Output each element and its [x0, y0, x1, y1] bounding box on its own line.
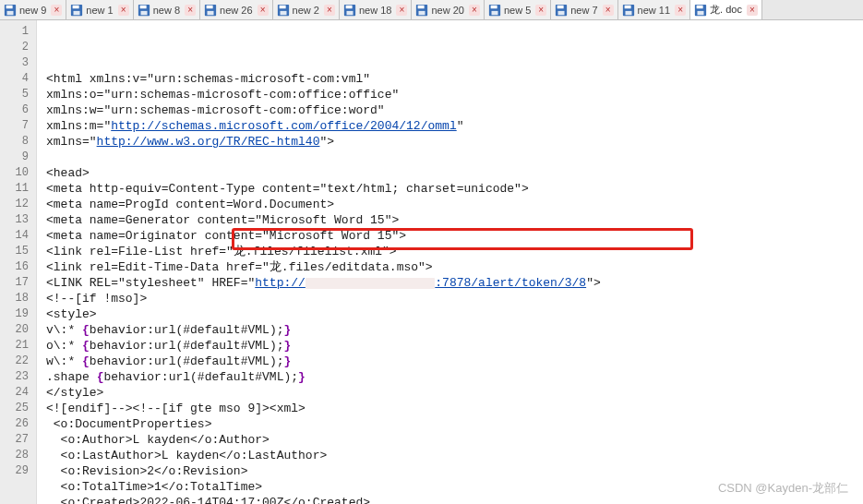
svg-rect-13: [279, 5, 285, 8]
line-number-gutter: 1234567891011121314151617181920212223242…: [0, 20, 37, 504]
line-number: 28: [0, 448, 36, 463]
tab-new-9[interactable]: new 9×: [0, 0, 66, 19]
code-area[interactable]: <html xmlns:v="urn:schemas-microsoft-com…: [37, 20, 863, 504]
svg-rect-23: [491, 10, 497, 14]
file-icon: [694, 4, 707, 17]
line-number: 5: [0, 87, 36, 102]
code-line: <LINK REL="stylesheet" HREF="http:// :78…: [46, 275, 863, 291]
line-number: 15: [0, 244, 36, 259]
svg-rect-16: [346, 5, 353, 8]
tab-new-2[interactable]: new 2×: [273, 0, 340, 19]
line-number: 6: [0, 102, 36, 118]
line-number: 16: [0, 259, 36, 275]
close-icon[interactable]: ×: [747, 5, 758, 16]
line-number: 17: [0, 275, 36, 291]
code-line: <o:DocumentProperties>: [46, 416, 863, 432]
tab-new-8[interactable]: new 8×: [134, 0, 200, 19]
file-icon: [138, 4, 150, 17]
tab-label: new 20: [431, 5, 463, 16]
tab-new-20[interactable]: new 20×: [412, 0, 484, 19]
line-number: 24: [0, 385, 36, 401]
tab-new-26[interactable]: new 26×: [200, 0, 272, 19]
line-number: 19: [0, 306, 36, 322]
close-icon[interactable]: ×: [118, 5, 129, 16]
tab-new-1[interactable]: new 1×: [66, 0, 133, 19]
line-number: 9: [0, 150, 36, 165]
tab-label: new 2: [293, 5, 319, 16]
code-line: </style>: [46, 385, 863, 401]
line-number: 11: [0, 181, 36, 197]
svg-rect-1: [6, 5, 13, 8]
code-line: o\:* {behavior:url(#default#VML);}: [46, 338, 863, 354]
line-number: 1: [0, 24, 36, 40]
code-line: <meta name=ProgId content=Word.Document>: [46, 197, 863, 212]
file-icon: [622, 4, 635, 17]
code-line: w\:* {behavior:url(#default#VML);}: [46, 354, 863, 369]
svg-rect-8: [140, 10, 147, 14]
close-icon[interactable]: ×: [469, 5, 480, 16]
close-icon[interactable]: ×: [675, 5, 686, 16]
tab-new-18[interactable]: new 18×: [340, 0, 412, 19]
line-number: 14: [0, 228, 36, 244]
code-line: <meta name=Originator content="Microsoft…: [46, 228, 863, 244]
line-number: 18: [0, 291, 36, 306]
close-icon[interactable]: ×: [396, 5, 407, 16]
code-line: <o:LastAuthor>L kayden</o:LastAuthor>: [46, 448, 863, 463]
code-line: xmlns:w="urn:schemas-microsoft-com:offic…: [46, 102, 863, 118]
tab-label: new 9: [19, 5, 46, 16]
tab-龙.-doc[interactable]: 龙. doc×: [690, 0, 762, 19]
line-number: 8: [0, 134, 36, 150]
svg-rect-4: [73, 5, 79, 8]
code-line: <html xmlns:v="urn:schemas-microsoft-com…: [46, 71, 863, 87]
code-line: .shape {behavior:url(#default#VML);}: [46, 369, 863, 385]
close-icon[interactable]: ×: [185, 5, 196, 16]
code-line: <o:TotalTime>1</o:TotalTime>: [46, 479, 863, 495]
close-icon[interactable]: ×: [535, 5, 546, 16]
tab-label: new 1: [86, 5, 113, 16]
close-icon[interactable]: ×: [603, 5, 614, 16]
close-icon[interactable]: ×: [324, 5, 335, 16]
svg-rect-19: [418, 5, 425, 8]
tab-label: new 8: [153, 5, 180, 16]
line-number: 3: [0, 55, 36, 71]
code-line: xmlns="http://www.w3.org/TR/REC-html40">: [46, 134, 863, 150]
file-icon: [415, 4, 428, 17]
code-line: <head>: [46, 165, 863, 181]
tab-label: new 26: [220, 5, 252, 16]
line-number: 10: [0, 165, 36, 181]
svg-rect-20: [419, 10, 426, 14]
line-number: 20: [0, 322, 36, 338]
tab-label: new 11: [638, 5, 670, 16]
code-line: <o:Revision>2</o:Revision>: [46, 463, 863, 479]
line-number: 12: [0, 197, 36, 212]
close-icon[interactable]: ×: [51, 5, 62, 16]
code-line: <![endif]--><!--[if gte mso 9]><xml>: [46, 401, 863, 416]
file-icon: [343, 4, 356, 17]
svg-rect-17: [346, 10, 353, 14]
tab-new-11[interactable]: new 11×: [618, 0, 690, 19]
svg-rect-11: [208, 10, 214, 14]
line-number: 4: [0, 71, 36, 87]
line-number: 2: [0, 40, 36, 55]
file-icon: [70, 4, 83, 17]
line-number: 26: [0, 416, 36, 432]
code-line: <link rel=File-List href="龙.files/fileli…: [46, 244, 863, 259]
tab-new-5[interactable]: new 5×: [485, 0, 551, 19]
line-number: 7: [0, 118, 36, 134]
code-line: xmlns:o="urn:schemas-microsoft-com:offic…: [46, 87, 863, 102]
svg-rect-22: [491, 5, 497, 8]
close-icon[interactable]: ×: [258, 5, 269, 16]
code-line: <o:Created>2022-06-14T04:17:00Z</o:Creat…: [46, 495, 863, 504]
tab-label: 龙. doc: [710, 3, 742, 17]
tab-label: new 18: [359, 5, 391, 16]
code-line: <o:Author>L kayden</o:Author>: [46, 432, 863, 448]
editor: 1234567891011121314151617181920212223242…: [0, 20, 863, 504]
line-number: 23: [0, 369, 36, 385]
svg-rect-5: [74, 10, 80, 14]
svg-rect-26: [558, 10, 565, 14]
svg-rect-7: [139, 5, 146, 8]
file-icon: [204, 4, 217, 17]
tab-new-7[interactable]: new 7×: [551, 0, 617, 19]
line-number: 29: [0, 463, 36, 479]
code-line: [46, 150, 863, 165]
